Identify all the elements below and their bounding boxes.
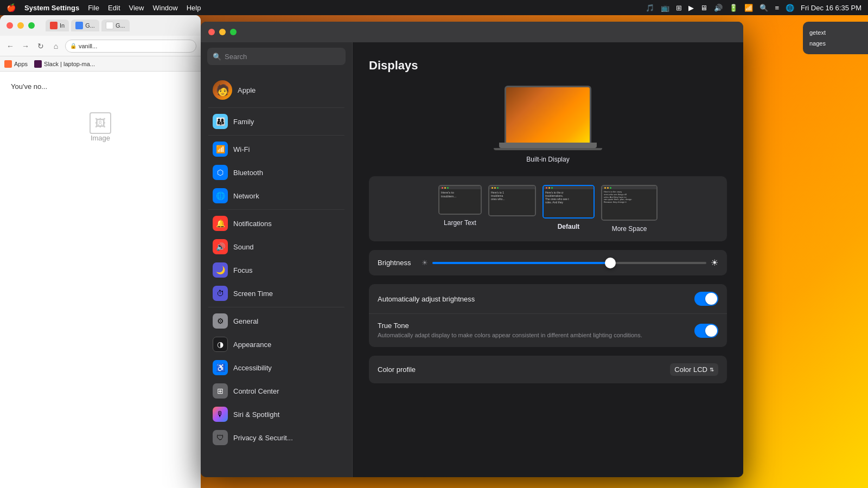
resolution-larger-text[interactable]: Here's totroublem... Larger Text xyxy=(438,185,482,233)
settings-window: 🔍 Search 🧑 Apple 👨‍👩‍👧 xyxy=(201,22,743,477)
color-profile-select[interactable]: Color LCD ⇅ xyxy=(670,363,718,376)
privacy-icon: 🛡 xyxy=(213,430,228,445)
display-preview: Built-in Display xyxy=(369,86,727,163)
sidebar-wifi-label: Wi-Fi xyxy=(233,145,250,153)
family-icon: 👨‍👩‍👧 xyxy=(213,114,228,129)
gmail-icon xyxy=(50,22,58,29)
true-tone-right xyxy=(694,324,718,338)
color-profile-left: Color profile xyxy=(378,365,670,374)
tab-gmail[interactable]: In xyxy=(46,20,69,31)
podcast-icon: 🎵 xyxy=(646,4,654,12)
maximize-button[interactable] xyxy=(28,22,35,29)
sound-icon: 🔊 xyxy=(213,239,228,254)
brightness-row: Brightness ☀ ☀ xyxy=(369,250,727,275)
settings-sidebar: 🔍 Search 🧑 Apple 👨‍👩‍👧 xyxy=(201,42,353,477)
menu-file[interactable]: File xyxy=(88,4,99,12)
bookmark-apps[interactable]: Apps xyxy=(4,60,28,68)
bluetooth-icon: ⬡ xyxy=(213,165,228,180)
sidebar-item-wifi[interactable]: 📶 Wi-Fi xyxy=(205,138,348,160)
sidebar-item-network[interactable]: 🌐 Network xyxy=(205,184,348,207)
brightness-slider[interactable] xyxy=(432,262,706,264)
bookmark-slack[interactable]: Slack | laptop-ma... xyxy=(34,60,95,68)
sidebar-item-focus[interactable]: 🌙 Focus xyxy=(205,259,348,281)
apple-menu-icon[interactable]: 🍎 xyxy=(7,3,16,12)
brightness-low-icon: ☀ xyxy=(422,259,428,267)
resolution-option2[interactable]: Here's to 1troublemaones who... xyxy=(488,185,536,233)
browser-toolbar: ← → ↻ ⌂ 🔒 vanill... xyxy=(0,36,201,56)
home-button[interactable]: ⌂ xyxy=(50,40,62,52)
auto-brightness-label: Automatically adjust brightness xyxy=(378,295,694,303)
main-content: Displays Built-in Display xyxy=(353,42,743,477)
sidebar-item-accessibility[interactable]: ♿ Accessibility xyxy=(205,356,348,379)
wifi-status-icon: 📶 xyxy=(744,4,753,12)
sidebar-controlcenter-label: Control Center xyxy=(233,387,279,395)
menu-view[interactable]: View xyxy=(129,4,144,12)
sidebar-item-apple-user[interactable]: 🧑 Apple xyxy=(205,75,348,105)
auto-brightness-row: Automatically adjust brightness xyxy=(369,284,727,314)
appearance-icon: ◑ xyxy=(213,337,228,352)
tab-docs[interactable]: G... xyxy=(71,20,99,31)
menu-help[interactable]: Help xyxy=(187,4,201,12)
sidebar-item-family[interactable]: 👨‍👩‍👧 Family xyxy=(205,110,348,133)
menu-edit[interactable]: Edit xyxy=(108,4,120,12)
resolution-default[interactable]: Here's to the crtroublemakers.The ones w… xyxy=(542,185,595,233)
sidebar-divider-2 xyxy=(208,135,344,136)
display-label: Built-in Display xyxy=(526,156,569,163)
resolution-options: Here's totroublem... Larger Text xyxy=(378,185,718,233)
sidebar-item-siri[interactable]: 🎙 Siri & Spotlight xyxy=(205,403,348,426)
resolution-preview-more: Here's to the crazyones who see things d… xyxy=(601,185,658,221)
sidebar-notifications-label: Notifications xyxy=(233,220,272,228)
settings-minimize-button[interactable] xyxy=(219,29,226,35)
sidebar-item-sound[interactable]: 🔊 Sound xyxy=(205,235,348,258)
user-name-label: Apple xyxy=(238,86,256,94)
laptop-screen xyxy=(505,86,591,143)
settings-body: 🔍 Search 🧑 Apple 👨‍👩‍👧 xyxy=(201,42,743,477)
sidebar-divider-1 xyxy=(208,107,344,108)
sidebar-network-label: Network xyxy=(233,192,259,200)
sidebar-item-notifications[interactable]: 🔔 Notifications xyxy=(205,212,348,235)
resolution-default-label: Default xyxy=(558,223,580,230)
sidebar-list: 🧑 Apple 👨‍👩‍👧 Family 📶 xyxy=(201,70,352,477)
menubar-clock: Fri Dec 16 6:35 PM xyxy=(801,4,861,12)
search-box[interactable]: 🔍 Search xyxy=(207,48,346,65)
sidebar-general-label: General xyxy=(233,317,258,325)
sidebar-item-appearance[interactable]: ◑ Appearance xyxy=(205,333,348,356)
brightness-section: Brightness ☀ ☀ xyxy=(369,250,727,275)
reload-button[interactable]: ↻ xyxy=(35,40,47,52)
sidebar-item-general[interactable]: ⚙ General xyxy=(205,310,348,332)
search-menu-icon[interactable]: 🔍 xyxy=(760,4,768,12)
address-bar[interactable]: 🔒 vanill... xyxy=(65,40,196,53)
settings-titlebar xyxy=(201,22,743,42)
laptop-preview: Built-in Display xyxy=(494,86,602,163)
side-panel-item-1: getext xyxy=(807,27,864,38)
color-profile-value: Color LCD xyxy=(674,365,707,374)
slider-thumb[interactable] xyxy=(605,258,616,268)
url-text: vanill... xyxy=(79,43,97,49)
true-tone-toggle[interactable] xyxy=(694,324,718,338)
network-icon: 🌐 xyxy=(213,188,228,203)
brightness-high-icon: ☀ xyxy=(711,258,718,268)
forward-button[interactable]: → xyxy=(20,40,31,52)
settings-maximize-button[interactable] xyxy=(230,29,237,35)
sidebar-item-bluetooth[interactable]: ⬡ Bluetooth xyxy=(205,161,348,184)
sidebar-item-privacy[interactable]: 🛡 Privacy & Securit... xyxy=(205,426,348,449)
control-center-icon[interactable]: ≡ xyxy=(775,4,779,12)
resolution-preview-default: Here's to the crtroublemakers.The ones w… xyxy=(542,185,595,219)
minimize-button[interactable] xyxy=(17,22,24,29)
auto-brightness-toggle[interactable] xyxy=(694,292,718,306)
sidebar-item-controlcenter[interactable]: ⊞ Control Center xyxy=(205,380,348,402)
color-profile-row: Color profile Color LCD ⇅ xyxy=(369,356,727,383)
user-avatar: 🧑 xyxy=(213,80,232,100)
back-button[interactable]: ← xyxy=(4,40,16,52)
resolution-more-space[interactable]: Here's to the crazyones who see things d… xyxy=(601,185,658,233)
close-button[interactable] xyxy=(7,22,13,29)
settings-close-button[interactable] xyxy=(208,29,215,35)
tab-gmail-label: In xyxy=(60,22,65,29)
true-tone-row: True Tone Automatically adapt display to… xyxy=(369,314,727,347)
menu-window[interactable]: Window xyxy=(152,4,177,12)
user-account-icon[interactable]: 🌐 xyxy=(786,4,794,12)
sidebar-siri-label: Siri & Spotlight xyxy=(233,410,279,419)
resolution-larger-label: Larger Text xyxy=(444,219,476,227)
tab-google[interactable]: G... xyxy=(101,20,130,31)
sidebar-item-screentime[interactable]: ⏱ Screen Time xyxy=(205,282,348,305)
